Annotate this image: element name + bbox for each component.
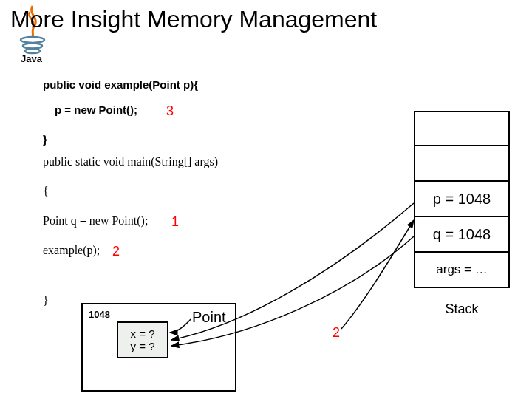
page-title: More Insight Memory Management [10, 6, 377, 33]
point-object-label: Point [192, 309, 226, 326]
svg-text:Java: Java [21, 53, 43, 64]
code-line-8: } [43, 294, 49, 307]
code-line-2: p = new Point(); [55, 103, 137, 116]
code-line-7: example(p); [43, 244, 100, 257]
code-line-5: { [43, 185, 49, 198]
stack-frame-0 [414, 111, 510, 146]
code-line-3: } [43, 133, 47, 146]
svg-point-0 [21, 37, 44, 43]
point-field-y: y = ? [131, 340, 155, 352]
step-2-label: 2 [112, 244, 120, 259]
code-line-4: public static void main(String[] args) [43, 155, 218, 168]
stack-frame-1 [414, 146, 510, 182]
step-2b-label: 2 [332, 325, 340, 341]
stack-frame-4: args = … [414, 253, 510, 288]
step-1-label: 1 [171, 214, 179, 230]
code-line-6: Point q = new Point(); [43, 214, 148, 228]
code-line-1: public void example(Point p){ [43, 78, 198, 91]
heap-address: 1048 [89, 309, 110, 320]
point-field-x: x = ? [131, 327, 155, 340]
stack-label: Stack [414, 301, 510, 317]
step-3-label: 3 [166, 103, 174, 119]
svg-point-1 [23, 44, 42, 49]
stack-frame-3: q = 1048 [414, 217, 510, 253]
stack-frame-2: p = 1048 [414, 182, 510, 217]
stack-diagram: p = 1048 q = 1048 args = … Stack [414, 111, 510, 317]
point-object: x = ? y = ? [117, 321, 168, 358]
